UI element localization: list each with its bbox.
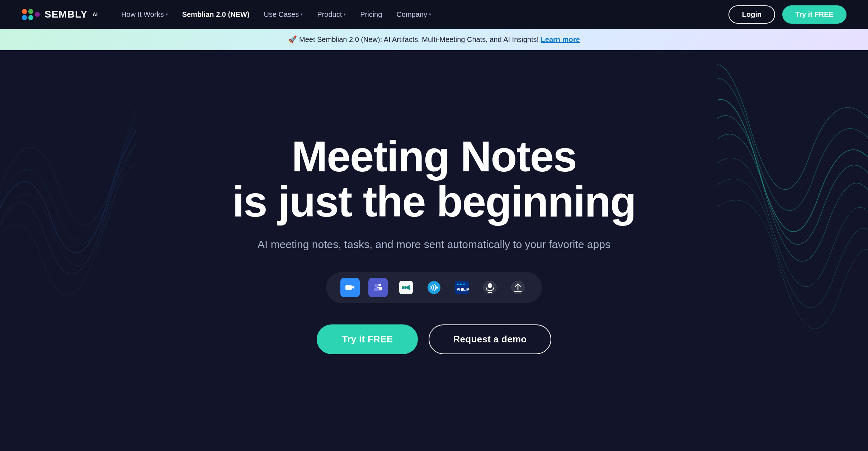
chevron-down-icon: ▾ xyxy=(344,12,346,17)
chevron-down-icon: ▾ xyxy=(429,12,431,17)
banner-text: 🚀 Meet Semblian 2.0 (New): AI Artifacts,… xyxy=(288,35,539,43)
upload-icon xyxy=(508,278,528,297)
nav-how-it-works[interactable]: How It Works ▾ xyxy=(115,8,174,22)
webex-icon xyxy=(424,278,444,297)
svg-rect-10 xyxy=(374,288,379,291)
zoom-icon xyxy=(340,278,360,297)
svg-point-3 xyxy=(28,15,33,20)
nav-use-cases[interactable]: Use Cases ▾ xyxy=(258,8,308,22)
hero-content: Meeting Notes is just the beginning AI m… xyxy=(232,134,636,354)
svg-point-4 xyxy=(35,12,40,17)
wave-right-decoration xyxy=(717,50,868,430)
logo-icon xyxy=(22,8,40,21)
banner-learn-more-link[interactable]: Learn more xyxy=(541,35,580,43)
google-meet-icon xyxy=(396,278,416,297)
announcement-banner: 🚀 Meet Semblian 2.0 (New): AI Artifacts,… xyxy=(0,29,868,50)
svg-text:PHILIPS: PHILIPS xyxy=(457,287,469,291)
nav-links: How It Works ▾ Semblian 2.0 (NEW) Use Ca… xyxy=(115,8,437,22)
teams-icon xyxy=(368,278,388,297)
svg-point-1 xyxy=(28,9,33,14)
navbar-left: SEMBLYAI How It Works ▾ Semblian 2.0 (NE… xyxy=(22,8,437,22)
svg-point-13 xyxy=(436,286,438,289)
navbar-right: Login Try it FREE xyxy=(728,5,846,24)
try-free-hero-button[interactable]: Try it FREE xyxy=(317,324,418,354)
svg-point-2 xyxy=(22,15,27,20)
try-free-nav-button[interactable]: Try it FREE xyxy=(782,5,846,24)
nav-semblian[interactable]: Semblian 2.0 (NEW) xyxy=(176,8,255,22)
nav-product[interactable]: Product ▾ xyxy=(311,8,352,22)
hero-cta: Try it FREE Request a demo xyxy=(232,324,636,354)
hero-title: Meeting Notes is just the beginning xyxy=(232,134,636,224)
chevron-down-icon: ▾ xyxy=(301,12,303,17)
nav-company[interactable]: Company ▾ xyxy=(391,8,437,22)
svg-rect-17 xyxy=(488,283,492,288)
philips-icon: PHILIPS xyxy=(452,278,472,297)
svg-point-0 xyxy=(22,9,27,14)
login-button[interactable]: Login xyxy=(728,5,775,24)
svg-point-9 xyxy=(374,284,378,288)
svg-point-7 xyxy=(378,284,381,286)
nav-pricing[interactable]: Pricing xyxy=(354,8,388,22)
wave-left-decoration xyxy=(0,50,136,430)
microphone-icon xyxy=(480,278,500,297)
hero-subtitle: AI meeting notes, tasks, and more sent a… xyxy=(232,238,636,251)
logo-text: SEMBLY xyxy=(44,9,88,20)
app-icons-row: PHILIPS xyxy=(326,272,542,303)
logo-ai: AI xyxy=(93,11,98,17)
hero-section: Meeting Notes is just the beginning AI m… xyxy=(0,50,868,430)
logo[interactable]: SEMBLYAI xyxy=(22,8,98,21)
chevron-down-icon: ▾ xyxy=(166,12,168,17)
request-demo-button[interactable]: Request a demo xyxy=(429,324,551,354)
navbar: SEMBLYAI How It Works ▾ Semblian 2.0 (NE… xyxy=(0,0,868,29)
